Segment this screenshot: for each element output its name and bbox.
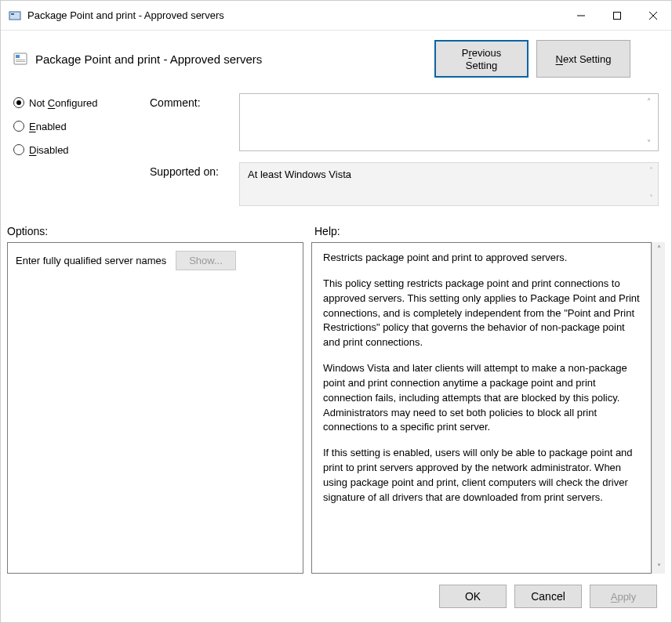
scroll-down-icon: ˅ (647, 139, 655, 147)
help-section-label: Help: (314, 225, 340, 237)
radio-icon (13, 144, 24, 155)
policy-icon (13, 52, 27, 66)
svg-rect-3 (614, 12, 621, 19)
scroll-down-icon[interactable]: ˅ (652, 560, 665, 574)
help-pane: Restricts package point and print to app… (311, 242, 652, 574)
svg-rect-9 (16, 61, 25, 62)
cancel-button[interactable]: Cancel (514, 585, 582, 608)
svg-rect-0 (9, 12, 20, 20)
page-header: Package Point and print - Approved serve… (1, 31, 671, 90)
minimize-button[interactable] (563, 4, 599, 27)
scroll-down-icon: ˅ (649, 194, 653, 202)
comment-textarea[interactable]: ˄ ˅ (239, 93, 659, 151)
titlebar: Package Point and print - Approved serve… (1, 1, 671, 31)
supported-on-value: At least Windows Vista (248, 168, 351, 180)
radio-label: Not Configured (29, 96, 97, 109)
previous-setting-button[interactable]: Previous Setting (434, 40, 529, 78)
server-names-label: Enter fully qualified server names (16, 255, 166, 266)
options-section-label: Options: (7, 225, 314, 237)
next-setting-button[interactable]: Next Setting (536, 40, 630, 78)
help-paragraph: Restricts package point and print to app… (323, 251, 640, 266)
close-button[interactable] (635, 4, 671, 27)
window-title: Package Point and print - Approved serve… (27, 9, 563, 21)
svg-rect-1 (11, 13, 14, 15)
policy-title: Package Point and print - Approved serve… (35, 53, 427, 66)
scroll-up-icon[interactable]: ˄ (652, 242, 665, 255)
help-paragraph: Windows Vista and later clients will att… (323, 361, 640, 435)
dialog-window: Package Point and print - Approved serve… (0, 0, 672, 623)
radio-icon (13, 97, 24, 108)
radio-disabled[interactable]: Disabled (13, 143, 147, 156)
show-button[interactable]: Show... (176, 251, 236, 270)
supported-on-box: At least Windows Vista ˄ ˅ (239, 162, 659, 206)
scroll-up-icon: ˄ (647, 97, 655, 106)
radio-enabled[interactable]: Enabled (13, 120, 147, 132)
help-paragraph: If this setting is enabled, users will o… (323, 446, 640, 505)
apply-button[interactable]: Apply (590, 585, 657, 608)
options-pane: Enter fully qualified server names Show.… (7, 242, 303, 574)
ok-button[interactable]: OK (439, 585, 507, 608)
svg-rect-7 (16, 55, 20, 58)
radio-label: Enabled (29, 120, 67, 132)
supported-on-label: Supported on: (150, 162, 236, 178)
help-paragraph: This policy setting restricts package po… (323, 277, 640, 350)
radio-label: Disabled (29, 143, 69, 156)
help-scrollbar[interactable]: ˄ ˅ (652, 242, 665, 574)
radio-icon (13, 121, 24, 132)
dialog-footer: OK Cancel Apply (1, 574, 671, 622)
radio-not-configured[interactable]: Not Configured (13, 96, 147, 109)
comment-label: Comment: (150, 93, 236, 109)
svg-rect-8 (16, 60, 25, 60)
app-icon (9, 9, 21, 22)
scroll-up-icon: ˄ (649, 166, 653, 175)
maximize-button[interactable] (599, 4, 635, 27)
